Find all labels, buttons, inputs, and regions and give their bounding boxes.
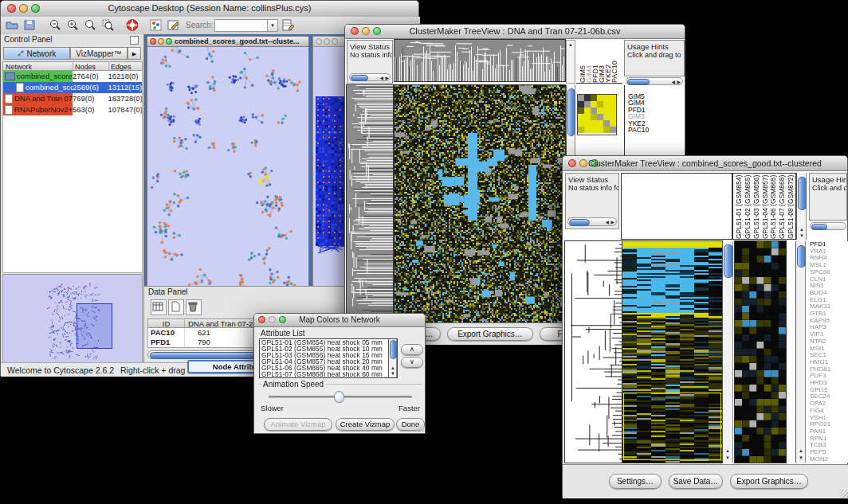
- column-label[interactable]: GPL51-08 (GSM872): [787, 174, 795, 239]
- network-table-row[interactable]: combined_sco 2569(6) 13112(15): [3, 82, 142, 93]
- attribute-item[interactable]: GPL51-07 (GSM868) heat shock 60 min: [261, 372, 397, 378]
- tab-network[interactable]: Network: [3, 47, 70, 60]
- network-canvas[interactable]: [147, 47, 308, 286]
- data-panel-title: Data Panel: [148, 287, 187, 296]
- node-appearance-icon[interactable]: [149, 18, 163, 32]
- control-panel: Control Panel Network VizMapper™ ▶ Netwo…: [1, 34, 144, 362]
- tab-vizmapper[interactable]: VizMapper™: [70, 47, 128, 60]
- export-graphics-button[interactable]: Export Graphics…: [730, 474, 808, 489]
- zoom-in-icon[interactable]: [66, 18, 80, 32]
- tv2-labels-vscrollbar[interactable]: ▲ ▼: [796, 173, 807, 240]
- attribute-item[interactable]: GPL51-02 (GSM855) heat shock 10 min: [261, 346, 397, 353]
- col-nodes[interactable]: Nodes: [73, 62, 109, 70]
- gene-label[interactable]: MON2: [810, 456, 848, 463]
- column-label[interactable]: GIM3: [598, 65, 604, 83]
- network-row-icon: [5, 72, 15, 80]
- animation-group: Animation Speed Slower Faster: [259, 384, 422, 415]
- zoom-window-icon[interactable]: [166, 38, 172, 45]
- zoom-out-icon[interactable]: [49, 18, 63, 32]
- tv1-column-dendrogram[interactable]: [395, 40, 565, 81]
- annotation-icon[interactable]: [167, 18, 181, 32]
- search-dropdown-icon[interactable]: ▼: [267, 19, 278, 32]
- tv2-column-dendrogram[interactable]: [621, 173, 732, 240]
- create-vizmap-button[interactable]: Create Vizmap: [336, 418, 395, 431]
- animate-vizmap-button[interactable]: Animate Vizmap: [264, 418, 332, 431]
- help-lifering-icon[interactable]: [125, 18, 139, 32]
- tv1-row-dendrogram[interactable]: [347, 85, 393, 322]
- tv1-col-scroll-strip[interactable]: ▲: [566, 40, 575, 84]
- zoom-fit-icon[interactable]: [84, 18, 98, 32]
- move-up-button[interactable]: ∧: [401, 344, 423, 355]
- network-list-empty-area: [2, 115, 143, 273]
- control-panel-title: Control Panel: [4, 35, 53, 44]
- network-table: Network Nodes Edges combined_scores 2764…: [2, 61, 143, 116]
- dialog-title: Map Colors to Network: [254, 315, 425, 324]
- attribute-item[interactable]: GPL51-06 (GSM865) heat shock 40 min: [261, 365, 397, 372]
- tab-overflow-arrow[interactable]: ▶: [128, 47, 141, 60]
- attribute-editor-icon[interactable]: [281, 18, 296, 32]
- attribute-item[interactable]: GPL51-04 (GSM857) heat shock 20 min: [261, 359, 397, 365]
- tv2-view-status: View Status No status info for ◀ ▶: [565, 173, 619, 229]
- network-canvas-2[interactable]: [313, 47, 348, 286]
- column-label[interactable]: GPL51-03 (GSM856): [752, 174, 761, 239]
- tv1-viewstatus-hscrollbar[interactable]: ◀ ▶: [349, 73, 391, 81]
- tv2-usage-hscrollbar[interactable]: [810, 222, 846, 230]
- tv1-selected-cluster-heatmap[interactable]: [578, 95, 616, 135]
- treeview2-titlebar[interactable]: ClusterMaker TreeView : combined_scores_…: [563, 156, 847, 171]
- attribute-item[interactable]: GPL51-01 (GSM854) heat shock 05 min: [261, 340, 397, 346]
- attribute-select-icon[interactable]: [151, 299, 167, 315]
- tv1-heatmap[interactable]: [395, 85, 565, 322]
- tv2-row-dendrogram[interactable]: [565, 241, 622, 463]
- tv2-viewstatus-hscrollbar[interactable]: ◀ ▶: [567, 217, 617, 226]
- settings-button[interactable]: Settings…: [609, 474, 662, 489]
- col-network[interactable]: Network: [3, 62, 73, 70]
- main-window-title: Cytoscape Desktop (Session Name: collins…: [1, 3, 418, 13]
- delete-attribute-trash-icon[interactable]: [186, 299, 202, 315]
- tv2-zoom-vscrollbar[interactable]: ▲ ▼: [795, 241, 806, 463]
- faster-label: Faster: [398, 404, 420, 412]
- main-titlebar[interactable]: Cytoscape Desktop (Session Name: collins…: [1, 1, 418, 18]
- network-row-icon: [5, 105, 13, 115]
- tv1-usage-hints: Usage Hints Click and drag to: [624, 40, 685, 76]
- column-label[interactable]: PFD1: [591, 64, 598, 83]
- treeview1-titlebar[interactable]: ClusterMaker TreeView : DNA and Tran 07-…: [345, 25, 685, 39]
- zoom-selected-icon[interactable]: [101, 18, 116, 32]
- animation-slider-thumb[interactable]: [334, 391, 344, 403]
- tv2-heatmap[interactable]: [622, 241, 722, 463]
- col-edges[interactable]: Edges: [109, 62, 132, 70]
- tv1-usage-hscrollbar[interactable]: ◀ ▶: [626, 77, 683, 85]
- column-label[interactable]: GPL51-04 (GSM857): [761, 174, 770, 239]
- column-label[interactable]: GIM5: [579, 65, 585, 83]
- save-icon[interactable]: [22, 18, 37, 32]
- network-table-row[interactable]: RNAPuberNov2+ 563(0) 107847(0): [3, 104, 142, 115]
- network-view-window[interactable]: combined_scores_good.txt--cluste...: [147, 36, 309, 286]
- network-table-row[interactable]: combined_scores 2764(0) 16218(0): [3, 71, 142, 82]
- column-label[interactable]: GPL51-07 (GSM868): [778, 174, 787, 239]
- save-data-button[interactable]: Save Data…: [669, 474, 723, 489]
- attribute-item[interactable]: GPL51-03 (GSM856) heat shock 15 min: [261, 353, 397, 359]
- column-label[interactable]: GPL51-01 (GSM854): [735, 174, 744, 239]
- search-input[interactable]: [214, 19, 269, 32]
- resize-grip[interactable]: [416, 424, 424, 432]
- float-panel-icon[interactable]: [130, 36, 139, 45]
- minimize-icon[interactable]: [158, 38, 164, 45]
- close-icon[interactable]: [150, 38, 156, 45]
- column-label[interactable]: PAC10: [610, 61, 617, 83]
- column-label[interactable]: GIM4: [585, 65, 591, 83]
- dialog-titlebar[interactable]: Map Colors to Network: [254, 314, 425, 327]
- network-overview-canvas[interactable]: [2, 274, 143, 363]
- network-table-row[interactable]: DNA and Tran 07 769(0) 183728(0): [3, 93, 142, 104]
- move-down-button[interactable]: ∨: [401, 357, 423, 368]
- col-id[interactable]: ID: [148, 319, 185, 327]
- tv2-heatmap-vscrollbar[interactable]: ▲ ▼: [722, 241, 733, 463]
- new-attribute-icon[interactable]: [168, 299, 184, 315]
- column-label[interactable]: GPL51-06 (GSM865): [769, 174, 778, 239]
- export-graphics-button[interactable]: Export Graphics…: [447, 327, 533, 341]
- column-label[interactable]: YKE2: [604, 64, 610, 83]
- column-label[interactable]: GPL51-02 (GSM855): [744, 174, 752, 239]
- attribute-list-vscrollbar[interactable]: ▲ ▼: [388, 339, 397, 377]
- tv2-zoom-heatmap[interactable]: [735, 241, 786, 463]
- open-file-icon[interactable]: [5, 18, 19, 32]
- row-label[interactable]: PAC10: [628, 127, 685, 133]
- resize-grip[interactable]: [840, 490, 848, 498]
